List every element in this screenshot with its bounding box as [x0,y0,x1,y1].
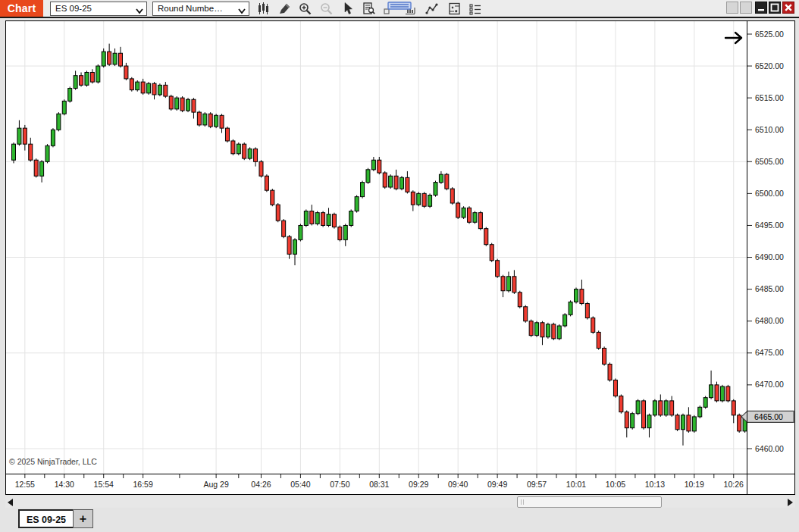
minimize-button[interactable] [755,2,767,14]
svg-text:6485.00: 6485.00 [755,284,784,293]
chart-window: 6525.006520.006515.006510.006505.006500.… [5,20,795,495]
svg-text:6500.00: 6500.00 [755,189,784,198]
svg-text:12:55: 12:55 [15,480,35,489]
svg-text:05:40: 05:40 [290,480,310,489]
svg-text:6460.00: 6460.00 [755,444,784,453]
scroll-left-button[interactable] [5,497,15,507]
blank-window-button-1 [726,2,738,14]
tab-bar: ES 09-25 + [0,509,799,532]
svg-text:6470.00: 6470.00 [755,380,784,389]
svg-text:6515.00: 6515.00 [755,93,784,102]
svg-text:15:54: 15:54 [94,480,114,489]
cursor-icon[interactable] [340,2,356,16]
horizontal-scrollbar[interactable] [5,496,795,508]
maximize-button[interactable] [769,2,781,14]
svg-text:6475.00: 6475.00 [755,348,784,357]
svg-text:6525.00: 6525.00 [755,30,784,39]
price-chart[interactable]: 6525.006520.006515.006510.006505.006500.… [5,20,795,498]
svg-text:09:40: 09:40 [448,480,468,489]
svg-text:6490.00: 6490.00 [755,252,784,261]
svg-text:10:13: 10:13 [645,480,665,489]
scroll-right-button[interactable] [785,497,795,507]
close-button[interactable] [782,2,794,14]
svg-text:10:01: 10:01 [566,480,586,489]
instrument-dropdown-value: ES 09-25 [55,4,92,13]
svg-text:10:05: 10:05 [606,480,625,489]
tab-es-09-25[interactable]: ES 09-25 [18,509,74,528]
svg-text:07:50: 07:50 [330,480,349,489]
list-icon[interactable] [467,2,484,16]
svg-text:09:57: 09:57 [527,480,547,489]
blank-window-button-2 [740,2,752,14]
svg-text:14:30: 14:30 [55,480,74,489]
chevron-down-icon [136,5,143,18]
thumb-grip [521,499,522,505]
data-box-icon[interactable] [361,2,378,16]
svg-text:6505.00: 6505.00 [755,157,784,166]
svg-text:6495.00: 6495.00 [755,221,784,230]
svg-text:09:29: 09:29 [409,480,428,489]
chart-trader-panel-icon[interactable] [383,2,418,16]
svg-text:10:26: 10:26 [724,480,744,489]
window-title: Chart [0,0,43,17]
zoom-out-icon [318,2,335,16]
add-tab-button[interactable]: + [73,509,93,528]
svg-text:16:59: 16:59 [133,480,153,489]
svg-text:6510.00: 6510.00 [755,125,784,134]
svg-text:04:26: 04:26 [251,480,271,489]
polyline-icon[interactable] [424,2,440,16]
zoom-in-icon[interactable] [297,2,314,16]
pencil-icon[interactable] [276,2,293,16]
chevron-down-icon [238,5,246,18]
svg-text:© 2025 NinjaTrader, LLC: © 2025 NinjaTrader, LLC [9,457,97,466]
instrument-dropdown[interactable]: ES 09-25 [50,2,147,16]
scrollbar-thumb[interactable] [517,496,662,508]
svg-text:09:49: 09:49 [487,480,507,489]
svg-text:Aug 29: Aug 29 [203,480,228,489]
right-arrow-icon [788,499,793,506]
indicator-dropdown-value: Round Numbe… [158,4,223,13]
toolbar: Chart ES 09-25 Round Numbe… [0,0,799,18]
svg-text:10:19: 10:19 [685,480,704,489]
svg-text:08:31: 08:31 [369,480,389,489]
svg-text:6520.00: 6520.00 [755,61,784,70]
left-arrow-icon [8,499,13,506]
chart-style-icon[interactable] [255,2,271,16]
market-analyzer-icon[interactable] [446,2,462,16]
svg-text:6480.00: 6480.00 [755,316,784,325]
svg-text:6465.00: 6465.00 [754,412,783,421]
thumb-grip [523,499,524,505]
indicator-dropdown[interactable]: Round Numbe… [152,2,249,16]
